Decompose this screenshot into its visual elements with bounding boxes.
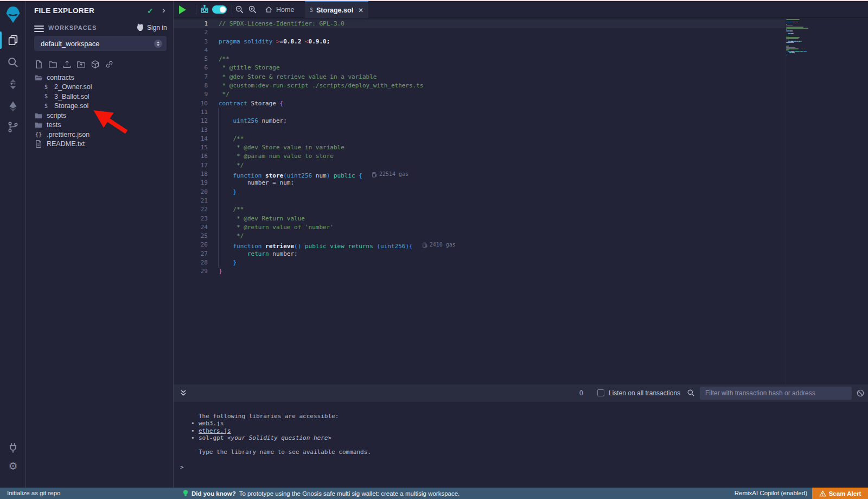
line-number[interactable]: 10 (174, 99, 208, 108)
code-line-23: 23 * @dev Return value (174, 214, 456, 223)
git-init-status[interactable]: Initialize as git repo (7, 490, 60, 496)
zoom-out-icon[interactable] (235, 1, 244, 18)
line-number[interactable]: 20 (174, 188, 208, 197)
tree-item-tests[interactable]: tests (27, 121, 173, 130)
code-text (208, 126, 219, 135)
line-number[interactable]: 2 (174, 28, 208, 37)
line-number[interactable]: 5 (174, 55, 208, 64)
link-icon[interactable] (105, 60, 114, 69)
transaction-filter-input[interactable] (700, 387, 852, 400)
run-script-button[interactable] (179, 1, 193, 18)
zoom-in-icon[interactable] (248, 1, 257, 18)
line-number[interactable]: 7 (174, 73, 208, 81)
ai-copilot-robot-icon[interactable] (199, 1, 210, 18)
tree-item-scripts[interactable]: scripts (27, 111, 173, 121)
new-folder-icon[interactable] (48, 60, 58, 69)
line-number[interactable]: 22 (174, 205, 208, 214)
line-number[interactable]: 17 (174, 161, 208, 170)
scam-alert-button[interactable]: Scam Alert (812, 488, 868, 499)
line-number[interactable]: 6 (174, 64, 208, 72)
tree-item-3_Ballot.sol[interactable]: S3_Ballot.sol (27, 92, 173, 102)
minimap-line (786, 42, 794, 43)
code-text (208, 197, 219, 205)
line-number[interactable]: 18 (174, 170, 208, 179)
code-line-3: 3pragma solidity >=0.8.2 <0.9.0; (174, 37, 456, 46)
line-number[interactable]: 4 (174, 46, 208, 55)
terminal-link[interactable]: ethers.js (199, 427, 231, 434)
search-icon[interactable] (7, 56, 19, 68)
tab-storage-sol[interactable]: S Storage.sol ✕ (305, 1, 368, 18)
play-icon (179, 5, 186, 14)
line-number[interactable]: 14 (174, 135, 208, 143)
tree-item-contracts[interactable]: contracts (27, 73, 173, 83)
line-number[interactable]: 9 (174, 90, 208, 99)
line-number[interactable]: 27 (174, 250, 208, 258)
tab-home[interactable]: Home (261, 1, 297, 18)
code-line-6: 6 * @title Storage (174, 64, 456, 72)
file-explorer-panel: FILE EXPLORER ✓ › WORKSPACES Sign in def… (27, 1, 174, 488)
terminal-text: Type the library name to see available c… (199, 449, 371, 456)
line-number[interactable]: 25 (174, 232, 208, 241)
git-icon[interactable] (7, 121, 19, 133)
code-editor[interactable]: 1// SPDX-License-Identifier: GPL-3.023pr… (174, 18, 868, 384)
tip-text: To prototype using the Gnosis safe multi… (239, 490, 460, 497)
line-number[interactable]: 15 (174, 143, 208, 152)
line-number[interactable]: 29 (174, 267, 208, 276)
terminal-link[interactable]: web3.js (199, 420, 224, 427)
cube-icon[interactable] (91, 60, 100, 69)
code-text: * @dev Store value in variable (208, 143, 344, 152)
upload-folder-icon[interactable] (76, 60, 86, 69)
code-text: function retrieve() public view returns … (208, 241, 456, 249)
terminal-output[interactable]: The following libraries are accessible:•… (174, 402, 868, 488)
line-number[interactable]: 16 (174, 152, 208, 161)
plugin-manager-icon[interactable] (7, 442, 19, 454)
minimap-line (786, 49, 789, 50)
gas-estimate-annotation: 22514 gas (372, 170, 409, 179)
copilot-toggle[interactable] (212, 1, 227, 18)
toggle-knob (220, 7, 226, 12)
tree-item-Storage.sol[interactable]: SStorage.sol (27, 102, 173, 111)
clear-console-ban-icon[interactable] (856, 389, 865, 397)
line-number[interactable]: 8 (174, 81, 208, 90)
upload-file-icon[interactable] (62, 60, 72, 69)
code-text: * @dev Return value (208, 214, 305, 223)
minimap-line (801, 41, 802, 42)
terminal-line: •ethers.js (199, 427, 371, 434)
line-number[interactable]: 12 (174, 117, 208, 125)
terminal-collapse-icon[interactable] (179, 389, 188, 397)
panel-expand-chevron-icon[interactable]: › (162, 5, 165, 16)
listen-all-checkbox[interactable] (597, 389, 604, 396)
minimap-line (786, 55, 787, 56)
new-file-icon[interactable] (34, 60, 43, 69)
workspaces-menu-icon[interactable] (34, 24, 44, 31)
editor-tabbar: Home S Storage.sol ✕ (174, 1, 868, 18)
terminal-prompt[interactable]: > (180, 464, 184, 471)
settings-gear-icon[interactable]: ⚙ (7, 460, 19, 472)
code-line-13: 13 (174, 126, 456, 135)
solidity-icon: S (42, 103, 50, 110)
code-text: contract Storage { (208, 99, 283, 108)
minimap-line (786, 19, 800, 20)
copilot-status[interactable]: RemixAI Copilot (enabled) (735, 490, 807, 496)
line-number[interactable]: 21 (174, 197, 208, 205)
line-number[interactable]: 1 (174, 20, 208, 28)
line-number[interactable]: 28 (174, 258, 208, 267)
workspace-select[interactable]: default_workspace (34, 36, 167, 51)
github-sign-in[interactable]: Sign in (136, 23, 167, 31)
close-tab-icon[interactable]: ✕ (358, 7, 363, 14)
tree-item-2_Owner.sol[interactable]: S2_Owner.sol (27, 83, 173, 92)
tree-item-.prettierrc.json[interactable]: {}.prettierrc.json (27, 130, 173, 140)
deploy-run-icon[interactable] (7, 100, 19, 112)
line-number[interactable]: 13 (174, 126, 208, 135)
tree-item-README.txt[interactable]: README.txt (27, 140, 173, 149)
line-number[interactable]: 3 (174, 37, 208, 46)
line-number[interactable]: 24 (174, 223, 208, 232)
line-number[interactable]: 19 (174, 179, 208, 187)
solidity-compiler-icon[interactable] (7, 78, 19, 90)
minimap-line (806, 51, 807, 52)
line-number[interactable]: 11 (174, 108, 208, 117)
line-number[interactable]: 26 (174, 241, 208, 249)
divider (196, 5, 196, 14)
line-number[interactable]: 23 (174, 214, 208, 223)
file-explorer-icon[interactable] (7, 34, 19, 46)
